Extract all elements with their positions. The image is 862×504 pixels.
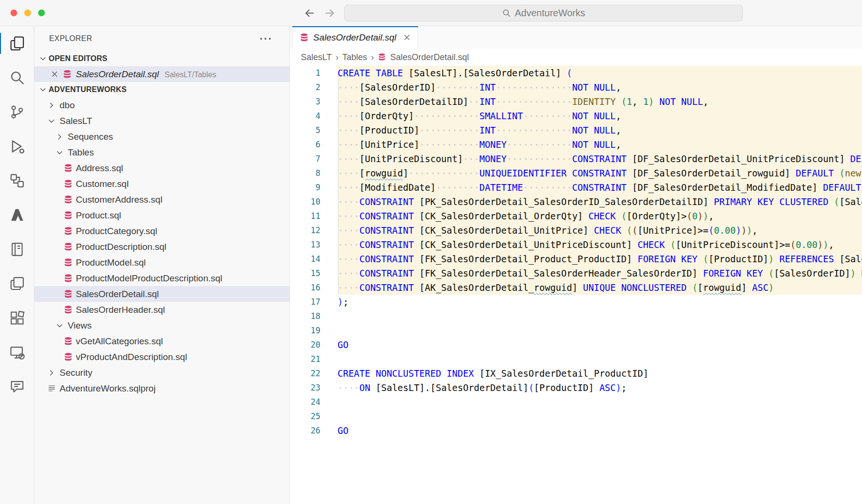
line-number: 13 (290, 237, 320, 252)
code-line-10[interactable]: ····CONSTRAINT [PK_SalesOrderDetail_Sale… (338, 195, 862, 209)
tree-item-adventureworks-sqlproj[interactable]: AdventureWorks.sqlproj (34, 381, 289, 396)
chevron-right-icon[interactable] (47, 369, 59, 377)
activity-run-debug-icon[interactable] (0, 129, 34, 164)
line-number: 25 (290, 409, 320, 423)
activity-azure-icon[interactable] (0, 198, 34, 232)
code-line-9[interactable]: ····[ModifiedDate]········DATETIME······… (338, 180, 862, 195)
code-line-23[interactable]: ····ON [SalesLT].[SalesOrderDetail]([Pro… (338, 381, 862, 395)
tree-item-vgetallcategories-sql[interactable]: vGetAllCategories.sql (34, 333, 289, 349)
explorer-tree: dboSalesLTSequencesTablesAddress.sqlCust… (34, 97, 289, 396)
tree-item-tables[interactable]: Tables (34, 144, 289, 160)
tree-item-sequences[interactable]: Sequences (34, 129, 289, 144)
tree-item-label: Security (60, 368, 92, 378)
project-section-header[interactable]: ADVENTUREWORKS (34, 82, 289, 97)
code-line-7[interactable]: ····[UnitPriceDiscount]···MONEY·········… (338, 152, 862, 166)
code-line-17[interactable]: ); (338, 295, 862, 309)
close-tab-icon[interactable] (403, 33, 411, 41)
tab-salesorderdetail-sql[interactable]: SalesOrderDetail.sql (292, 26, 418, 49)
activity-remote-icon[interactable] (0, 335, 34, 370)
activity-search-icon[interactable] (0, 61, 34, 95)
breadcrumb-file[interactable]: SalesOrderDetail.sql (390, 52, 469, 62)
chevron-down-icon[interactable] (55, 148, 67, 157)
close-button[interactable] (10, 10, 17, 16)
breadcrumb: SalesLT › Tables › SalesOrderDetail.sql (290, 49, 862, 66)
tree-item-label: Address.sql (76, 163, 123, 174)
code-line-12[interactable]: ····CONSTRAINT [CK_SalesOrderDetail_Unit… (338, 223, 862, 237)
more-actions-button[interactable]: ⋯ (259, 32, 272, 45)
tree-item-customeraddress-sql[interactable]: CustomerAddress.sql (34, 192, 289, 207)
code-line-15[interactable]: ····CONSTRAINT [FK_SalesOrderDetail_Sale… (338, 266, 862, 280)
tree-item-salesorderheader-sql[interactable]: SalesOrderHeader.sql (34, 302, 289, 318)
chevron-right-icon[interactable] (55, 133, 67, 141)
line-number: 6 (290, 137, 320, 152)
chevron-down-icon (39, 54, 47, 63)
code-line-21[interactable] (338, 352, 862, 366)
code-content[interactable]: CREATE TABLE [SalesLT].[SalesOrderDetail… (338, 66, 862, 504)
code-line-18[interactable] (338, 309, 862, 323)
chevron-down-icon[interactable] (55, 321, 67, 330)
tree-item-productcategory-sql[interactable]: ProductCategory.sql (34, 223, 289, 239)
tree-item-saleslt[interactable]: SalesLT (34, 113, 289, 129)
code-line-6[interactable]: ····[UnitPrice]···········MONEY·········… (338, 137, 862, 152)
code-line-14[interactable]: ····CONSTRAINT [FK_SalesOrderDetail_Prod… (338, 252, 862, 266)
app-window: AdventureWorks EXPLORER ⋯ OPEN EDITORS S… (0, 0, 862, 504)
tree-item-productmodel-sql[interactable]: ProductModel.sql (34, 255, 289, 270)
tab-label: SalesOrderDetail.sql (313, 32, 396, 43)
code-line-1[interactable]: CREATE TABLE [SalesLT].[SalesOrderDetail… (338, 66, 862, 80)
minimize-button[interactable] (24, 10, 31, 16)
search-input[interactable]: AdventureWorks (344, 5, 743, 21)
code-line-2[interactable]: ····[SalesOrderID]········INT···········… (338, 80, 862, 94)
chevron-right-icon[interactable] (47, 101, 59, 110)
code-line-26[interactable]: GO (338, 423, 862, 438)
code-editor[interactable]: 1234567891011121314151617181920212223242… (290, 66, 862, 504)
activity-feedback-icon[interactable] (0, 370, 34, 404)
tree-item-label: SalesOrderDetail.sql (76, 289, 159, 299)
code-line-16[interactable]: ····CONSTRAINT [AK_SalesOrderDetail_rowg… (338, 280, 862, 295)
activity-notebook-icon[interactable] (0, 232, 34, 267)
breadcrumb-folder[interactable]: Tables (342, 52, 367, 62)
code-line-11[interactable]: ····CONSTRAINT [CK_SalesOrderDetail_Orde… (338, 209, 862, 223)
activity-explorer-icon[interactable] (0, 26, 34, 61)
code-line-5[interactable]: ····[ProductID]···········INT···········… (338, 123, 862, 137)
zoom-button[interactable] (38, 10, 45, 16)
code-line-3[interactable]: ····[SalesOrderDetailID]··INT···········… (338, 94, 862, 109)
code-line-13[interactable]: ····CONSTRAINT [CK_SalesOrderDetail_Unit… (338, 237, 862, 252)
breadcrumb-schema[interactable]: SalesLT (301, 52, 332, 62)
tree-item-dbo[interactable]: dbo (34, 97, 289, 113)
code-line-4[interactable]: ····[OrderQty]············SMALLINT······… (338, 109, 862, 123)
tree-item-customer-sql[interactable]: Customer.sql (34, 176, 289, 192)
open-editor-item[interactable]: SalesOrderDetail.sql SalesLT/Tables (34, 66, 289, 82)
code-line-8[interactable]: ····[rowguid]·············UNIQUEIDENTIFI… (338, 166, 862, 180)
tree-item-product-sql[interactable]: Product.sql (34, 207, 289, 223)
explorer-sidebar: EXPLORER ⋯ OPEN EDITORS SalesOrderDetail… (34, 26, 290, 504)
tree-item-security[interactable]: Security (34, 365, 289, 381)
close-editor-icon[interactable] (51, 70, 59, 78)
forward-button[interactable] (323, 7, 336, 20)
code-line-25[interactable] (338, 409, 862, 423)
tree-item-salesorderdetail-sql[interactable]: SalesOrderDetail.sql (34, 286, 289, 302)
chevron-right-icon: › (336, 52, 339, 62)
titlebar: AdventureWorks (0, 0, 862, 26)
tree-item-address-sql[interactable]: Address.sql (34, 160, 289, 176)
activity-editors-icon[interactable] (0, 267, 34, 301)
open-editors-section-header[interactable]: OPEN EDITORS (34, 51, 289, 66)
line-number: 3 (290, 94, 320, 109)
activity-source-control-icon[interactable] (0, 95, 34, 129)
code-line-22[interactable]: CREATE NONCLUSTERED INDEX [IX_SalesOrder… (338, 366, 862, 381)
tree-item-views[interactable]: Views (34, 318, 289, 333)
chevron-down-icon[interactable] (47, 117, 59, 125)
line-number: 18 (290, 309, 320, 323)
tree-item-productmodelproductdescription-sql[interactable]: ProductModelProductDescription.sql (34, 270, 289, 286)
code-line-24[interactable] (338, 395, 862, 409)
tree-item-productdescription-sql[interactable]: ProductDescription.sql (34, 239, 289, 255)
back-button[interactable] (303, 7, 316, 20)
code-line-19[interactable] (338, 323, 862, 338)
line-number: 26 (290, 423, 320, 438)
tree-item-vproductanddescription-sql[interactable]: vProductAndDescription.sql (34, 349, 289, 365)
line-number: 16 (290, 280, 320, 295)
database-icon (63, 337, 75, 346)
activity-connections-icon[interactable] (0, 164, 34, 198)
activity-extensions-icon[interactable] (0, 301, 34, 335)
database-icon (63, 211, 75, 220)
code-line-20[interactable]: GO (338, 338, 862, 352)
